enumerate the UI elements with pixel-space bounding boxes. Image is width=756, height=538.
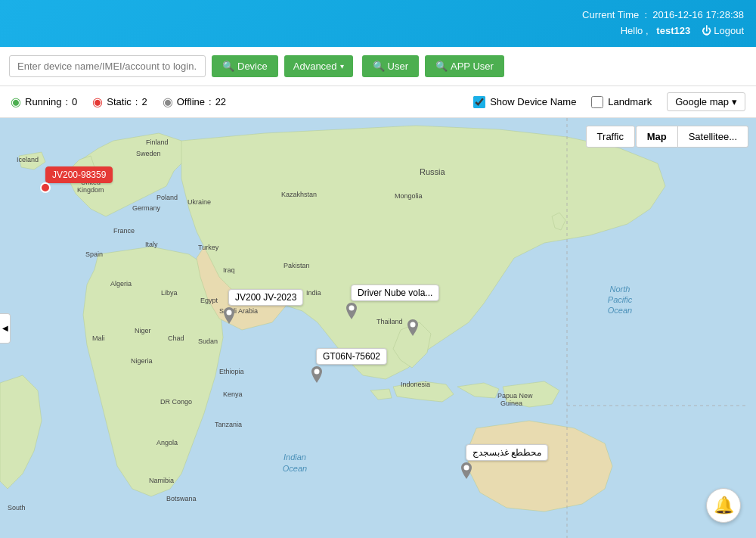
svg-text:Chad: Chad xyxy=(168,334,184,342)
device-label-5[interactable]: محططع غذبسجدج xyxy=(466,444,548,461)
logout-icon: ⏻ xyxy=(702,25,711,36)
svg-text:Indonesia: Indonesia xyxy=(401,381,430,388)
traffic-button[interactable]: Traffic xyxy=(586,126,635,148)
svg-text:India: India xyxy=(306,289,321,297)
map-container: Russia Finland Sweden Iceland United Kin… xyxy=(0,118,756,538)
device-label-1[interactable]: JV200-98359 xyxy=(45,166,113,183)
svg-text:Kingdom: Kingdom xyxy=(77,186,104,194)
svg-text:Finland: Finland xyxy=(146,138,169,146)
svg-text:Sudan: Sudan xyxy=(198,337,218,345)
chevron-down-icon: ▾ xyxy=(340,62,344,70)
svg-text:Spain: Spain xyxy=(85,250,103,258)
svg-text:Botswana: Botswana xyxy=(166,495,197,502)
static-dot: ◉ xyxy=(92,95,103,109)
colon: : xyxy=(65,96,68,107)
landmark-checkbox[interactable] xyxy=(591,96,603,108)
svg-text:Guinea: Guinea xyxy=(500,400,522,407)
svg-text:Namibia: Namibia xyxy=(149,477,174,484)
colon3: : xyxy=(209,96,212,107)
satellite-view-button[interactable]: Satellitee... xyxy=(678,126,748,148)
world-map-svg: Russia Finland Sweden Iceland United Kin… xyxy=(0,118,756,538)
device-label-2[interactable]: JV200 JV-2023 xyxy=(228,289,303,306)
svg-text:Angola: Angola xyxy=(156,439,178,446)
bell-icon: 🔔 xyxy=(714,496,734,515)
svg-text:Turkey: Turkey xyxy=(198,244,219,251)
logout-btn[interactable]: Logout xyxy=(714,25,744,36)
statusbar: ◉ Running : 0 ◉ Static : 2 ◉ Offline : 2… xyxy=(0,86,756,118)
svg-text:DR Congo: DR Congo xyxy=(160,398,192,406)
svg-text:Ocean: Ocean xyxy=(283,464,307,473)
svg-text:Ukraine: Ukraine xyxy=(187,198,211,206)
svg-text:Indian: Indian xyxy=(284,452,306,462)
chevron-map-icon: ▾ xyxy=(732,96,737,107)
running-status: ◉ Running : 0 xyxy=(11,95,77,109)
advanced-button[interactable]: Advanced ▾ xyxy=(284,55,353,77)
svg-text:Ocean: Ocean xyxy=(608,306,632,315)
running-dot: ◉ xyxy=(11,95,21,109)
svg-text:Pacific: Pacific xyxy=(608,295,633,304)
svg-text:Poland: Poland xyxy=(156,194,178,201)
header-info: Current Time : 2016-12-16 17:28:38 Hello… xyxy=(582,8,744,39)
svg-text:Thailand: Thailand xyxy=(376,318,403,325)
search-input[interactable] xyxy=(9,55,206,77)
svg-text:Ethiopia: Ethiopia xyxy=(219,368,244,375)
svg-text:Mongolia: Mongolia xyxy=(395,192,423,200)
landmark-area: Landmark xyxy=(591,96,652,108)
svg-text:Tanzania: Tanzania xyxy=(215,421,242,428)
svg-text:Kazakhstan: Kazakhstan xyxy=(281,191,317,198)
map-view-button[interactable]: Map xyxy=(636,126,678,148)
current-time-label: Current Time xyxy=(582,9,639,20)
svg-text:Egypt: Egypt xyxy=(200,297,218,304)
hello-label: Hello , xyxy=(621,25,649,36)
svg-text:Papua New: Papua New xyxy=(497,392,533,400)
svg-point-52 xyxy=(464,465,469,471)
search-icon-app: 🔍 xyxy=(435,61,448,72)
svg-text:Russia: Russia xyxy=(420,167,446,176)
notification-bell-button[interactable]: 🔔 xyxy=(706,488,741,523)
app-user-button[interactable]: 🔍 APP User xyxy=(425,55,504,77)
collapse-sidebar-button[interactable]: ◀ xyxy=(0,313,11,344)
svg-text:North: North xyxy=(610,285,631,294)
svg-text:Niger: Niger xyxy=(135,327,151,334)
marker-pin-1 xyxy=(40,182,51,193)
search-icon-user: 🔍 xyxy=(373,61,385,72)
marker-pin-4 xyxy=(310,366,324,381)
show-device-name-checkbox[interactable] xyxy=(473,96,485,108)
user-button[interactable]: 🔍 User xyxy=(362,55,419,77)
current-time-value: 2016-12-16 17:28:38 xyxy=(652,9,744,20)
marker-pin-3 xyxy=(345,303,358,318)
svg-text:Germany: Germany xyxy=(132,204,161,212)
static-status: ◉ Static : 2 xyxy=(92,95,147,109)
username: test123 xyxy=(656,25,690,36)
marker-pin-2 xyxy=(222,307,236,322)
map-satellite-toggle: Map Satellitee... xyxy=(636,126,748,148)
device-label-4[interactable]: GT06N-75602 xyxy=(316,348,387,365)
google-map-button[interactable]: Google map ▾ xyxy=(667,92,745,111)
svg-text:Iraq: Iraq xyxy=(223,266,235,274)
device-label-3[interactable]: Driver Nube vola... xyxy=(351,285,439,301)
svg-text:South: South xyxy=(8,504,26,512)
device-button[interactable]: 🔍 Device xyxy=(212,55,278,77)
offline-status: ◉ Offline : 22 xyxy=(163,95,226,109)
offline-dot: ◉ xyxy=(163,95,173,109)
svg-text:Sweden: Sweden xyxy=(136,150,161,157)
marker-pin-3b xyxy=(406,319,420,334)
svg-point-51 xyxy=(314,369,320,375)
show-device-name-area: Show Device Name xyxy=(473,96,576,108)
colon2: : xyxy=(135,96,138,107)
header: Current Time : 2016-12-16 17:28:38 Hello… xyxy=(0,0,756,47)
svg-text:Italy: Italy xyxy=(145,241,158,248)
marker-pin-5 xyxy=(460,462,473,477)
svg-point-49 xyxy=(349,306,355,311)
svg-text:Kenya: Kenya xyxy=(223,390,243,398)
svg-text:Nigeria: Nigeria xyxy=(131,357,153,365)
toolbar: 🔍 Device Advanced ▾ 🔍 User 🔍 APP User xyxy=(0,47,756,86)
svg-text:Mali: Mali xyxy=(92,334,105,342)
search-icon: 🔍 xyxy=(222,61,234,72)
svg-text:France: France xyxy=(113,227,135,235)
svg-text:Pakistan: Pakistan xyxy=(284,262,310,269)
svg-text:Iceland: Iceland xyxy=(17,156,39,163)
svg-point-48 xyxy=(227,310,232,316)
svg-point-50 xyxy=(411,322,416,328)
svg-text:Algeria: Algeria xyxy=(110,280,132,288)
